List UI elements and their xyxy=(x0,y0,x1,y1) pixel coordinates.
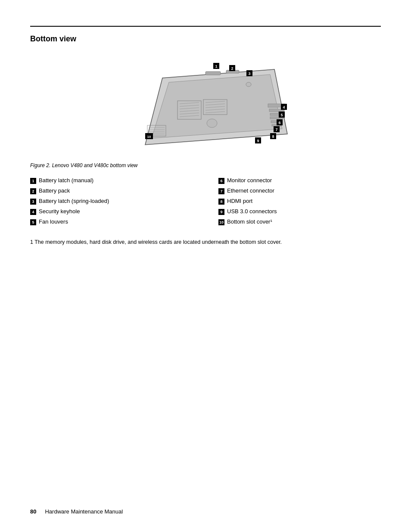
svg-text:6: 6 xyxy=(278,121,280,125)
label-text: Security keyhole xyxy=(39,208,80,215)
label-badge: 7 xyxy=(218,188,224,194)
label-badge: 3 xyxy=(30,199,36,205)
label-badge: 6 xyxy=(218,178,224,184)
svg-point-13 xyxy=(207,119,217,128)
label-text: HDMI port xyxy=(227,198,252,204)
svg-text:3: 3 xyxy=(248,72,250,76)
label-badge: 9 xyxy=(218,209,224,215)
label-item: 1Battery latch (manual) xyxy=(30,177,193,184)
label-text: USB 3.0 connectors xyxy=(227,208,277,215)
label-text: Battery latch (spring-loaded) xyxy=(39,198,109,204)
label-text: Battery pack xyxy=(39,187,70,194)
label-item: 7Ethernet connector xyxy=(218,187,381,194)
section-title: Bottom view xyxy=(30,34,381,44)
label-badge: 1 xyxy=(30,178,36,184)
footer-book-title: Hardware Maintenance Manual xyxy=(45,508,123,515)
label-badge: 2 xyxy=(30,188,36,194)
svg-text:5: 5 xyxy=(280,113,283,117)
labels-section: 1Battery latch (manual)2Battery pack3Bat… xyxy=(30,177,381,229)
label-item: 2Battery pack xyxy=(30,187,193,194)
svg-point-27 xyxy=(246,82,251,87)
laptop-illustration: 1 2 3 10 4 5 6 xyxy=(115,56,296,156)
figure-container: 1 2 3 10 4 5 6 xyxy=(30,56,381,156)
label-item: 10Bottom slot cover¹ xyxy=(218,218,381,225)
figure-caption: Figure 2. Lenovo V480 and V480c bottom v… xyxy=(30,162,381,168)
svg-text:4: 4 xyxy=(283,105,285,109)
label-badge: 5 xyxy=(30,219,36,225)
label-item: 6Monitor connector xyxy=(218,177,381,184)
label-text: Fan louvers xyxy=(39,218,68,225)
label-text: Monitor connector xyxy=(227,177,272,184)
footer: 80 Hardware Maintenance Manual xyxy=(30,508,381,515)
label-text: Battery latch (manual) xyxy=(39,177,93,184)
label-badge: 8 xyxy=(218,199,224,205)
label-text: Ethernet connector xyxy=(227,187,274,194)
label-text: Bottom slot cover¹ xyxy=(227,218,272,225)
label-item: 8HDMI port xyxy=(218,198,381,205)
svg-text:9: 9 xyxy=(257,139,259,143)
label-item: 9USB 3.0 connectors xyxy=(218,208,381,215)
svg-text:1: 1 xyxy=(215,64,217,68)
label-item: 3Battery latch (spring-loaded) xyxy=(30,198,193,205)
label-badge: 4 xyxy=(30,209,36,215)
svg-text:7: 7 xyxy=(275,128,277,132)
footnote-text: 1 The memory modules, hard disk drive, a… xyxy=(30,239,381,245)
label-item: 5Fan louvers xyxy=(30,218,193,225)
footer-page-number: 80 xyxy=(30,508,36,515)
top-rule xyxy=(30,26,381,27)
label-badge: 10 xyxy=(218,219,224,225)
labels-left-col: 1Battery latch (manual)2Battery pack3Bat… xyxy=(30,177,193,229)
labels-right-col: 6Monitor connector7Ethernet connector8HD… xyxy=(218,177,381,229)
label-item: 4Security keyhole xyxy=(30,208,193,215)
svg-rect-25 xyxy=(206,72,221,75)
svg-text:2: 2 xyxy=(231,66,233,71)
svg-text:10: 10 xyxy=(147,135,151,139)
footnote-section: 1 The memory modules, hard disk drive, a… xyxy=(30,239,381,245)
page: Bottom view xyxy=(0,0,411,274)
svg-text:8: 8 xyxy=(272,134,274,139)
